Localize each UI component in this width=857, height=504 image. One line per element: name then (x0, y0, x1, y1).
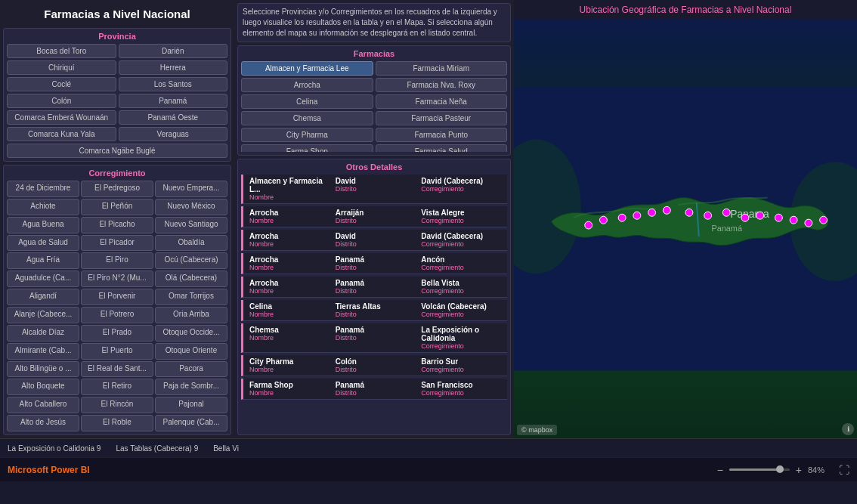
corregimiento-item[interactable]: Nuevo Empera... (155, 181, 227, 197)
detalle-label: Nombre (249, 287, 329, 295)
provincia-item[interactable]: Panamá (119, 94, 228, 108)
farmacia-item[interactable]: Farmacia Neña (376, 94, 508, 109)
detalles-list: Almacen y Farmacia L...NombreDavidDistri… (241, 175, 507, 431)
detalle-row[interactable]: ArrochaNombrePanamáDistritoBella VistaCo… (241, 277, 507, 298)
corregimiento-item[interactable]: Palenque (Cab... (155, 415, 227, 431)
corregimiento-item[interactable]: Alto Bilingüe o ... (7, 361, 79, 378)
detalle-value: City Pharma (249, 357, 329, 366)
corregimiento-item[interactable]: El Piro (81, 252, 153, 269)
zoom-minus-button[interactable]: − (716, 464, 725, 476)
detalle-row[interactable]: Farma ShopNombrePanamáDistritoSan Franci… (241, 379, 507, 400)
corregimiento-item[interactable]: Nuevo México (155, 199, 227, 215)
farmacia-item[interactable]: Almacen y Farmacia Lee (241, 61, 373, 76)
corregimiento-item[interactable]: Otoque Occide... (155, 325, 227, 342)
corregimiento-item[interactable]: Paja de Sombr... (155, 379, 227, 395)
farmacia-item[interactable]: Farmacia Salud (376, 144, 508, 152)
provincia-item[interactable]: Bocas del Toro (7, 44, 116, 58)
corregimiento-item[interactable]: Obaldía (155, 235, 227, 252)
corregimiento-item[interactable]: El Rincón (81, 397, 153, 413)
provincia-item[interactable]: Comarca Kuna Yala (7, 127, 116, 141)
corregimiento-item[interactable]: El Retiro (81, 379, 153, 395)
corregimiento-item[interactable]: Oria Arriba (155, 307, 227, 323)
provincia-item[interactable]: Darién (119, 44, 228, 58)
farmacia-item[interactable]: Farmacia Punto (376, 128, 508, 142)
provincia-item[interactable]: Panamá Oeste (119, 110, 228, 125)
zoom-plus-button[interactable]: + (794, 464, 803, 476)
map-container[interactable]: Panama Panamá (514, 20, 857, 438)
corregimiento-item[interactable]: Ocú (Cabecera) (155, 252, 227, 269)
detalle-col: David (Cabecera)Corregimiento (418, 232, 504, 248)
detalle-row[interactable]: CelinaNombreTierras AltasDistritoVolcán … (241, 300, 507, 321)
svg-point-11 (663, 206, 670, 214)
corregimiento-item[interactable]: Agua Buena (7, 217, 79, 233)
corregimiento-item[interactable]: El Piro N°2 (Mu... (81, 271, 153, 287)
farmacia-item[interactable]: Farmacia Nva. Roxy (376, 78, 508, 92)
corregimiento-item[interactable]: Almirante (Cab... (7, 343, 79, 360)
farmacia-item[interactable]: City Pharma (241, 128, 373, 142)
corregimiento-item[interactable]: Alanje (Cabece... (7, 307, 79, 323)
farmacia-item[interactable]: Farmacia Pasteur (376, 111, 508, 125)
detalle-label: Corregimiento (421, 287, 501, 295)
provincia-item[interactable]: Herrera (119, 60, 228, 75)
provincia-item[interactable]: Veraguas (119, 127, 228, 141)
provincia-label: Provincia (7, 32, 227, 41)
detalle-row[interactable]: ArrochaNombrePanamáDistritoAncónCorregim… (241, 253, 507, 274)
corregimiento-item[interactable]: Aligandí (7, 289, 79, 305)
detalle-label: Distrito (336, 311, 416, 318)
corregimiento-item[interactable]: El Picacho (81, 217, 153, 233)
corregimiento-item[interactable]: Pajonal (155, 397, 227, 413)
corregimiento-item[interactable]: Olá (Cabecera) (155, 271, 227, 287)
corregimiento-item[interactable]: Alto Boquete (7, 379, 79, 395)
detalle-col: Barrio SurCorregimiento (418, 357, 504, 373)
zoom-slider[interactable] (729, 468, 790, 471)
zoom-bar: Microsoft Power BI − + 84% ⛶ (0, 457, 857, 481)
corregimiento-item[interactable]: Agua de Salud (7, 235, 79, 252)
otros-detalles-section: Otros Detalles Almacen y Farmacia L...No… (237, 159, 511, 435)
farmacia-item[interactable]: Celina (241, 94, 373, 109)
provincia-item[interactable]: Comarca Emberá Wounaán (7, 110, 116, 125)
detalle-value: Arrocha (249, 279, 329, 287)
corregimiento-item[interactable]: Omar Torrijos (155, 289, 227, 305)
detalle-row[interactable]: Almacen y Farmacia L...NombreDavidDistri… (241, 175, 507, 204)
corregimiento-item[interactable]: Otoque Oriente (155, 343, 227, 360)
corregimiento-item[interactable]: Aguadulce (Ca... (7, 271, 79, 287)
farmacia-item[interactable]: Chemsa (241, 111, 373, 125)
detalle-value: Panamá (336, 326, 416, 334)
provincia-item[interactable]: Comarca Ngäbe Buglé (7, 144, 227, 158)
corregimiento-item[interactable]: El Potrero (81, 307, 153, 323)
provincia-item[interactable]: Los Santos (119, 77, 228, 91)
farmacia-item[interactable]: Farma Shop (241, 144, 373, 152)
corregimiento-item[interactable]: El Prado (81, 325, 153, 342)
corregimiento-item[interactable]: Alto de Jesús (7, 415, 79, 431)
corregimiento-item[interactable]: El Peñón (81, 199, 153, 215)
corregimiento-item[interactable]: El Porvenir (81, 289, 153, 305)
detalle-value: David (Cabecera) (421, 232, 501, 240)
farmacia-item[interactable]: Arrocha (241, 78, 373, 92)
corregimiento-item[interactable]: El Picador (81, 235, 153, 252)
detalle-row[interactable]: ArrochaNombreDavidDistritoDavid (Cabecer… (241, 230, 507, 251)
detalle-row[interactable]: ChemsaNombrePanamáDistritoLa Exposición … (241, 323, 507, 353)
corregimiento-item[interactable]: Alto Caballero (7, 397, 79, 413)
corregimiento-label: Corregimiento (7, 169, 227, 178)
corregimiento-item[interactable]: El Roble (81, 415, 153, 431)
expand-button[interactable]: ⛶ (839, 464, 849, 476)
corregimiento-item[interactable]: Pacora (155, 361, 227, 378)
powerbi-link[interactable]: Microsoft Power BI (8, 465, 90, 475)
detalle-col: Farma ShopNombre (246, 381, 333, 397)
corregimiento-item[interactable]: El Puerto (81, 343, 153, 360)
provincia-item[interactable]: Chiriquí (7, 60, 116, 75)
corregimiento-item[interactable]: Achiote (7, 199, 79, 215)
corregimiento-item[interactable]: Nuevo Santiago (155, 217, 227, 233)
provincia-item[interactable]: Colón (7, 94, 116, 108)
corregimiento-item[interactable]: 24 de Diciembre (7, 181, 79, 197)
corregimiento-item[interactable]: El Real de Sant... (81, 361, 153, 378)
detalle-row[interactable]: ArrochaNombreArraijánDistritoVista Alegr… (241, 206, 507, 227)
corregimiento-item[interactable]: Agua Fría (7, 252, 79, 269)
corregimiento-item[interactable]: Alcalde Díaz (7, 325, 79, 342)
detalle-value: David (Cabecera) (421, 177, 501, 185)
corregimiento-item[interactable]: El Pedregoso (81, 181, 153, 197)
farmacia-item[interactable]: Farmacia Miriam (376, 61, 508, 76)
provincia-item[interactable]: Coclé (7, 77, 116, 91)
detalle-row[interactable]: City PharmaNombreColónDistritoBarrio Sur… (241, 355, 507, 376)
map-info-button[interactable]: ℹ (842, 423, 854, 435)
